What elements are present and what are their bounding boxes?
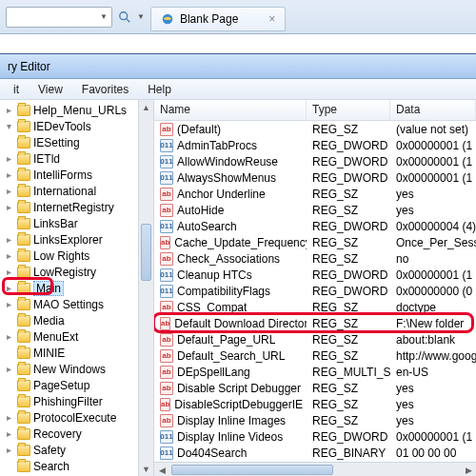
folder-icon bbox=[17, 331, 30, 343]
expand-icon[interactable]: ▸ bbox=[4, 153, 14, 164]
scroll-thumb[interactable] bbox=[141, 224, 151, 281]
registry-value-row[interactable]: abCheck_AssociationsREG_SZno bbox=[154, 250, 476, 267]
registry-value-row[interactable]: ab(Default)REG_SZ(value not set) bbox=[154, 121, 476, 137]
expand-icon[interactable]: ▸ bbox=[4, 105, 14, 115]
tree-item[interactable]: ▸PageSetup bbox=[4, 377, 153, 393]
value-type: REG_SZ bbox=[307, 317, 390, 330]
tree-item[interactable]: ▸LinksBar bbox=[4, 215, 153, 231]
registry-value-row[interactable]: 011AlwaysShowMenusREG_DWORD0x00000001 (1 bbox=[154, 169, 476, 186]
column-data[interactable]: Data bbox=[390, 100, 476, 120]
value-type: REG_SZ bbox=[307, 236, 390, 249]
tree-item[interactable]: ▸MenuExt bbox=[4, 328, 153, 345]
registry-value-row[interactable]: abDefault Download DirectoryREG_SZF:\New… bbox=[154, 315, 476, 331]
tree-item-label: InternetRegistry bbox=[33, 201, 114, 214]
close-icon[interactable]: × bbox=[268, 12, 275, 26]
registry-value-row[interactable]: abCSS_CompatREG_SZdoctype bbox=[154, 299, 476, 315]
value-type: REG_SZ bbox=[307, 301, 390, 314]
menu-help[interactable]: Help bbox=[140, 81, 179, 98]
expand-icon[interactable]: ▸ bbox=[4, 267, 14, 277]
chevron-down-icon[interactable]: ▼ bbox=[100, 12, 108, 21]
scroll-thumb[interactable] bbox=[171, 465, 333, 475]
registry-value-row[interactable]: 011AutoSearchREG_DWORD0x00000004 (4) bbox=[154, 218, 476, 234]
value-name: AlwaysShowMenus bbox=[177, 171, 276, 185]
registry-value-row[interactable]: abDisableScriptDebuggerIEREG_SZyes bbox=[154, 396, 476, 412]
expand-icon[interactable]: ▸ bbox=[4, 331, 14, 342]
registry-value-row[interactable]: abDEpSpellLangREG_MULTI_SZen-US bbox=[154, 364, 476, 380]
value-name: AllowWindowReuse bbox=[177, 155, 278, 169]
expand-icon[interactable]: ▸ bbox=[4, 412, 14, 423]
list-hscrollbar[interactable]: ◀ ▶ bbox=[154, 462, 476, 476]
expand-icon[interactable]: ▸ bbox=[4, 299, 14, 309]
expand-icon[interactable]: ▸ bbox=[4, 169, 14, 180]
tree-item[interactable]: ▸IETld bbox=[4, 150, 153, 167]
registry-value-row[interactable]: abAutoHideREG_SZyes bbox=[154, 202, 476, 218]
registry-value-row[interactable]: 011AdminTabProcsREG_DWORD0x00000001 (1 bbox=[154, 137, 476, 153]
tree-item[interactable]: ▸MINIE bbox=[4, 345, 153, 361]
binary-value-icon: 011 bbox=[160, 285, 173, 298]
window-titlebar[interactable]: ry Editor bbox=[0, 54, 476, 79]
tree-item[interactable]: ▸LinksExplorer bbox=[4, 231, 153, 248]
scroll-down-arrow-icon[interactable]: ▼ bbox=[139, 462, 153, 476]
menu-view[interactable]: View bbox=[30, 81, 70, 98]
tree-item-label: MenuExt bbox=[33, 330, 78, 344]
expand-icon[interactable]: ▸ bbox=[4, 283, 14, 293]
scroll-left-arrow-icon[interactable]: ◀ bbox=[154, 463, 169, 476]
registry-value-row[interactable]: 011Display Inline VideosREG_DWORD0x00000… bbox=[154, 428, 476, 445]
tree-item[interactable]: ▸MAO Settings bbox=[4, 296, 153, 312]
value-name: Default Download Directory bbox=[174, 317, 307, 330]
search-icon[interactable] bbox=[118, 10, 131, 24]
tree-item[interactable]: ▸ProtocolExecute bbox=[4, 409, 153, 426]
expand-icon[interactable]: ▸ bbox=[4, 445, 14, 455]
value-data: 0x00000001 (1 bbox=[390, 268, 476, 282]
registry-value-row[interactable]: abDisable Script DebuggerREG_SZyes bbox=[154, 380, 476, 396]
tree-item[interactable]: ▸IntelliForms bbox=[4, 167, 153, 183]
tree-item[interactable]: ▸PhishingFilter bbox=[4, 393, 153, 409]
tree-scrollbar[interactable]: ▲ ▼ bbox=[138, 100, 153, 476]
column-type[interactable]: Type bbox=[307, 100, 390, 120]
registry-value-row[interactable]: abDefault_Search_URLREG_SZhttp://www.goo… bbox=[154, 347, 476, 364]
expand-icon[interactable]: ▸ bbox=[4, 202, 14, 212]
tree-item[interactable]: ▸InternetRegistry bbox=[4, 199, 153, 215]
chevron-down-icon[interactable]: ▼ bbox=[137, 12, 145, 21]
tree-item[interactable]: ▸Low Rights bbox=[4, 248, 153, 264]
tree-item[interactable]: ▸IESetting bbox=[4, 134, 153, 150]
scroll-right-arrow-icon[interactable]: ▶ bbox=[461, 463, 476, 476]
registry-value-row[interactable]: 011Do404SearchREG_BINARY01 00 00 00 bbox=[154, 445, 476, 461]
tree-item[interactable]: ▸Main bbox=[4, 280, 153, 296]
value-name: Default_Page_URL bbox=[177, 333, 275, 347]
tree-item[interactable]: ▸LowRegistry bbox=[4, 264, 153, 280]
registry-value-row[interactable]: abAnchor UnderlineREG_SZyes bbox=[154, 186, 476, 202]
search-input[interactable]: ▼ bbox=[6, 7, 112, 28]
expand-icon[interactable]: ▸ bbox=[4, 428, 14, 439]
tree-item[interactable]: ▸Help_Menu_URLs bbox=[4, 102, 153, 118]
value-data: http://www.goog bbox=[390, 349, 476, 363]
tree-item[interactable]: ▸Media bbox=[4, 312, 153, 328]
registry-value-row[interactable]: abDisplay Inline ImagesREG_SZyes bbox=[154, 412, 476, 428]
menu-edit[interactable]: it bbox=[6, 81, 27, 98]
collapse-icon[interactable]: ▾ bbox=[4, 121, 14, 131]
expand-icon[interactable]: ▸ bbox=[4, 234, 14, 245]
tree-item[interactable]: ▸New Windows bbox=[4, 361, 153, 377]
tree-item-label: Help_Menu_URLs bbox=[33, 104, 127, 117]
browser-tab[interactable]: Blank Page × bbox=[150, 7, 286, 31]
registry-value-row[interactable]: abDefault_Page_URLREG_SZabout:blank bbox=[154, 331, 476, 347]
registry-value-row[interactable]: abCache_Update_FrequencyREG_SZOnce_Per_S… bbox=[154, 234, 476, 250]
tree-item[interactable]: ▸Safety bbox=[4, 442, 153, 458]
list-pane: Name Type Data ab(Default)REG_SZ(value n… bbox=[154, 100, 476, 476]
value-type: REG_SZ bbox=[307, 188, 390, 201]
registry-value-row[interactable]: 011CompatibilityFlagsREG_DWORD0x00000000… bbox=[154, 283, 476, 299]
menu-favorites[interactable]: Favorites bbox=[74, 81, 136, 98]
registry-value-row[interactable]: 011AllowWindowReuseREG_DWORD0x00000001 (… bbox=[154, 153, 476, 169]
expand-icon[interactable]: ▸ bbox=[4, 364, 14, 374]
tree-item[interactable]: ▸Recovery bbox=[4, 426, 153, 442]
tree-item[interactable]: ▸International bbox=[4, 183, 153, 199]
tree-item[interactable]: ▾IEDevTools bbox=[4, 118, 153, 134]
expand-icon[interactable]: ▸ bbox=[4, 250, 14, 261]
tree-pane: ▸Help_Menu_URLs▾IEDevTools▸IESetting▸IET… bbox=[0, 100, 154, 476]
expand-icon[interactable]: ▸ bbox=[4, 186, 14, 196]
value-type: REG_SZ bbox=[307, 123, 390, 136]
tree-item[interactable]: ▸Search bbox=[4, 458, 153, 474]
scroll-up-arrow-icon[interactable]: ▲ bbox=[139, 100, 153, 115]
column-name[interactable]: Name bbox=[154, 100, 307, 120]
registry-value-row[interactable]: 011Cleanup HTCsREG_DWORD0x00000001 (1 bbox=[154, 267, 476, 283]
